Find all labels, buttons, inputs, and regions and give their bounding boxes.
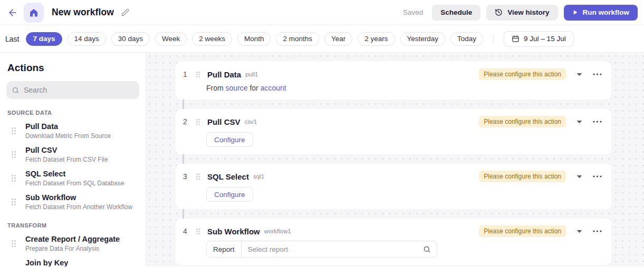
actions-sidebar: Actions SOURCE DATA Pull Data Download M… (0, 53, 146, 266)
action-item-title: Sub Workflow (25, 193, 132, 202)
workflow-step-card-1: 1 Pull Data pull1 Please configure this … (176, 62, 611, 100)
more-menu-icon[interactable] (593, 121, 602, 123)
configure-button[interactable]: Configure (206, 132, 253, 147)
drag-handle-icon[interactable] (11, 198, 17, 206)
workflow-step-card-4: 4 Sub Workflow workflow1 Please configur… (176, 219, 611, 265)
edit-title-button[interactable] (121, 8, 129, 16)
last-label: Last (5, 35, 19, 43)
view-history-button-label: View history (507, 8, 549, 16)
filter-pill-year[interactable]: Year (324, 32, 352, 46)
search-input[interactable] (24, 86, 134, 94)
chevron-down-icon[interactable] (576, 230, 582, 233)
step-number: 2 (183, 117, 196, 126)
filter-pill-2-months[interactable]: 2 months (276, 32, 319, 46)
schedule-button[interactable]: Schedule (432, 5, 480, 21)
home-icon (29, 8, 39, 17)
step-connector (182, 100, 184, 109)
calendar-icon (512, 35, 520, 43)
schedule-button-label: Schedule (440, 8, 472, 16)
filter-pill-2-weeks[interactable]: 2 weeks (192, 32, 232, 46)
action-item-subtitle: Fetch Dataset From Another Workflow (25, 203, 132, 211)
filter-pill-month[interactable]: Month (237, 32, 271, 46)
action-item-subtitle: Download Metric From Source (25, 132, 111, 140)
step-id: workflow1 (264, 228, 291, 234)
chevron-down-icon[interactable] (576, 175, 582, 179)
step-number: 4 (183, 227, 196, 235)
sidebar-item-sub-workflow[interactable]: Sub Workflow Fetch Dataset From Another … (6, 190, 139, 214)
action-item-subtitle: Prepare Data For Analysis (25, 245, 120, 252)
run-workflow-button[interactable]: Run workflow (564, 5, 638, 21)
more-menu-icon[interactable] (593, 73, 602, 75)
sidebar-item-join-by-key[interactable]: Join by Key (6, 255, 139, 266)
action-item-title: Create Report / Aggregate (25, 235, 120, 243)
sidebar-title: Actions (7, 62, 139, 74)
filter-pill-yesterday[interactable]: Yesterday (400, 32, 446, 46)
pencil-icon (121, 8, 129, 16)
chevron-down-icon[interactable] (576, 120, 582, 124)
summary-text: From (206, 84, 224, 92)
sidebar-item-pull-data[interactable]: Pull Data Download Metric From Source (6, 119, 139, 143)
drag-handle-icon[interactable] (11, 127, 17, 135)
filter-pill-today[interactable]: Today (450, 32, 483, 46)
status-badge: Please configure this action (479, 68, 566, 80)
section-label-transform: TRANSFORM (7, 222, 139, 229)
step-connector (182, 154, 184, 164)
sidebar-item-create-report[interactable]: Create Report / Aggregate Prepare Data F… (6, 232, 139, 255)
configure-button[interactable]: Configure (206, 187, 253, 202)
back-button[interactable] (5, 5, 20, 20)
drag-handle-icon[interactable] (11, 174, 17, 182)
filter-pill-30-days[interactable]: 30 days (111, 32, 150, 46)
step-id: sql1 (253, 173, 264, 180)
section-label-source-data: SOURCE DATA (7, 110, 139, 116)
header-actions: Saved Schedule View history Run workflow (403, 5, 638, 21)
drag-handle-icon[interactable] (196, 173, 205, 180)
status-badge: Please configure this action (479, 225, 566, 237)
page-title: New workflow (52, 7, 114, 18)
step-summary: From source for account (206, 84, 603, 92)
workflow-step-card-3: 3 SQL Select sql1 Please configure this … (176, 164, 611, 209)
filter-pill-14-days[interactable]: 14 days (68, 32, 106, 46)
chevron-down-icon[interactable] (576, 73, 582, 76)
drag-handle-icon[interactable] (196, 228, 205, 235)
run-workflow-button-label: Run workflow (583, 8, 630, 16)
report-field-label: Report (207, 241, 242, 257)
action-item-title: SQL Select (25, 170, 124, 178)
filter-pill-7-days[interactable]: 7 days (26, 32, 62, 46)
status-badge: Please configure this action (479, 116, 566, 127)
history-icon (495, 8, 503, 16)
step-title: Pull Data (207, 70, 241, 79)
more-menu-icon[interactable] (593, 230, 602, 232)
source-link[interactable]: source (226, 84, 248, 92)
drag-handle-icon[interactable] (196, 118, 205, 125)
drag-handle-icon[interactable] (11, 240, 17, 248)
drag-handle-icon[interactable] (196, 71, 205, 78)
filter-pill-2-years[interactable]: 2 years (358, 32, 395, 46)
sidebar-item-sql-select[interactable]: SQL Select Fetch Dataset From SQL Databa… (6, 166, 139, 190)
action-item-subtitle: Fetch Dataset From SQL Database (25, 180, 124, 187)
step-id: csv1 (245, 118, 257, 125)
saved-status: Saved (403, 8, 423, 16)
sidebar-item-pull-csv[interactable]: Pull CSV Fetch Dataset From CSV File (6, 143, 139, 166)
home-button[interactable] (24, 3, 44, 23)
divider (493, 34, 494, 44)
account-link[interactable]: account (261, 84, 286, 92)
action-item-title: Pull CSV (25, 146, 108, 154)
action-item-title: Pull Data (25, 122, 111, 131)
step-title: SQL Select (207, 172, 249, 181)
step-number: 1 (183, 70, 196, 78)
report-select-field[interactable]: Report Select report (206, 241, 437, 258)
filter-pill-week[interactable]: Week (155, 32, 187, 46)
date-filter-bar: Last 7 days 14 days 30 days Week 2 weeks… (0, 25, 644, 53)
more-menu-icon[interactable] (593, 175, 602, 177)
view-history-button[interactable]: View history (486, 5, 558, 21)
date-range-picker[interactable]: 9 Jul – 15 Jul (504, 31, 574, 47)
step-connector (182, 209, 184, 219)
workflow-step-card-2: 2 Pull CSV csv1 Please configure this ac… (176, 109, 611, 154)
header: New workflow Saved Schedule View history… (0, 0, 644, 25)
report-field-placeholder: Select report (242, 245, 423, 253)
main-area: Actions SOURCE DATA Pull Data Download M… (0, 53, 644, 266)
drag-handle-icon[interactable] (11, 151, 17, 159)
action-item-title: Join by Key (25, 259, 68, 266)
step-number: 3 (183, 172, 196, 181)
status-badge: Please configure this action (479, 171, 566, 182)
